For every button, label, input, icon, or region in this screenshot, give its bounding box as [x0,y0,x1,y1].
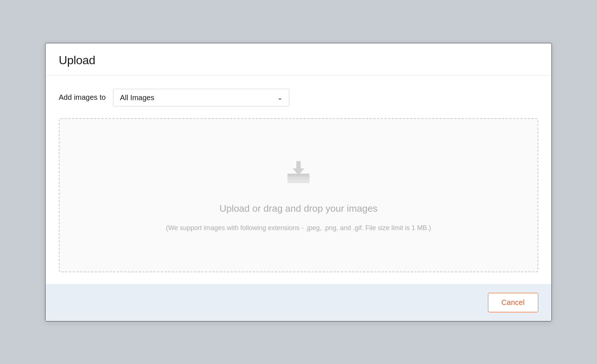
cancel-button[interactable]: Cancel [488,293,538,312]
dialog-title: Upload [59,54,538,67]
dropdown-wrapper[interactable]: All Images Category 1 Category 2 ⌄ [113,89,289,106]
album-select[interactable]: All Images Category 1 Category 2 [113,89,289,106]
drop-zone-title: Upload or drag and drop your images [220,203,378,214]
drop-zone-subtitle: (We support images with following extens… [166,223,431,233]
dialog-header: Upload [46,43,551,76]
add-images-label: Add images to [59,93,106,102]
upload-icon [284,157,313,188]
upload-dialog: Upload Add images to All Images Category… [45,43,552,321]
dialog-body: Add images to All Images Category 1 Cate… [46,76,551,284]
dialog-footer: Cancel [46,284,551,321]
add-images-row: Add images to All Images Category 1 Cate… [59,89,538,106]
svg-rect-4 [287,179,310,183]
drop-zone[interactable]: Upload or drag and drop your images (We … [59,118,538,272]
